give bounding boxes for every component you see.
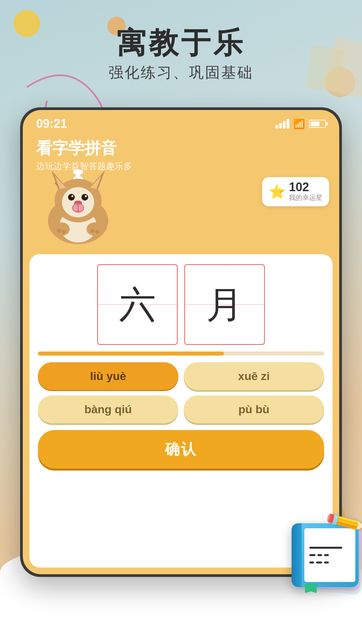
char-text-2: 月 (206, 286, 243, 323)
char-text-1: 六 (119, 286, 156, 323)
content-card: 六 月 liù yuè xuē zi bàng qiú pù bù 确认 (29, 254, 333, 568)
svg-point-14 (71, 195, 73, 197)
svg-point-15 (85, 195, 87, 197)
svg-point-21 (53, 222, 70, 236)
answer-option-a[interactable]: liù yuè (38, 362, 178, 390)
app-title: 看字学拼音 (36, 138, 326, 159)
svg-point-25 (90, 229, 95, 233)
svg-point-18 (73, 205, 78, 211)
svg-rect-1 (76, 171, 80, 176)
title-section: 寓教于乐 强化练习、巩固基础 (0, 27, 362, 83)
main-title: 寓教于乐 (0, 27, 362, 59)
phone-screen: 09:21 📶 看字学拼音 边玩边学益智答题趣乐多 (23, 110, 339, 574)
svg-point-23 (57, 229, 61, 233)
progress-bar (38, 352, 324, 356)
svg-point-12 (68, 194, 75, 201)
sub-title: 强化练习、巩固基础 (0, 63, 362, 83)
battery-icon (309, 120, 326, 128)
answer-option-c[interactable]: bàng qiú (38, 395, 178, 423)
corgi-mascot: ♥ (28, 164, 115, 244)
phone-mockup: 09:21 📶 看字学拼音 边玩边学益智答题趣乐多 (20, 107, 342, 577)
svg-point-26 (95, 230, 99, 234)
confirm-button[interactable]: 确认 (38, 430, 324, 469)
corgi-svg: ♥ (28, 164, 115, 244)
svg-point-22 (86, 222, 103, 236)
status-icons: 📶 (276, 118, 326, 129)
answer-option-d[interactable]: pù bù (184, 395, 324, 423)
progress-bar-fill (38, 352, 224, 356)
status-time: 09:21 (36, 117, 67, 131)
signal-icon (276, 119, 289, 128)
notebook-decoration: ~ ✏️ (292, 520, 362, 600)
wifi-icon: 📶 (293, 118, 305, 129)
character-grid: 六 月 (38, 264, 324, 345)
char-cell-1: 六 (97, 264, 178, 345)
status-bar: 09:21 📶 (23, 110, 339, 134)
char-cell-2: 月 (184, 264, 265, 345)
score-label: 我的幸运星 (289, 193, 322, 202)
svg-point-13 (81, 194, 88, 201)
svg-point-24 (62, 230, 66, 234)
score-badge: ⭐ 102 我的幸运星 (262, 177, 329, 206)
answer-options[interactable]: liù yuè xuē zi bàng qiú pù bù (38, 362, 324, 423)
svg-point-19 (78, 205, 83, 211)
score-number: 102 (289, 181, 322, 193)
answer-option-b[interactable]: xuē zi (184, 362, 324, 390)
star-icon: ⭐ (269, 184, 286, 200)
